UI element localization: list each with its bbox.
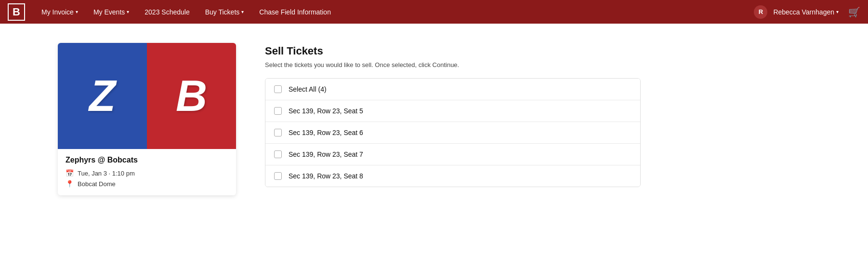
event-image: Z B	[58, 43, 236, 149]
nav-item-chase-label: Chase Field Information	[259, 8, 331, 16]
team-away-bg: B	[147, 43, 236, 149]
ticket-label-3: Sec 139, Row 23, Seat 8	[289, 172, 363, 180]
cart-icon[interactable]: 🛒	[848, 6, 860, 18]
event-venue: Bobcat Dome	[78, 180, 116, 188]
sell-tickets-panel: Sell Tickets Select the tickets you woul…	[265, 43, 810, 187]
sell-title: Sell Tickets	[265, 45, 810, 57]
nav-item-tickets-label: Buy Tickets	[205, 8, 240, 16]
nav-item-events-label: My Events	[93, 8, 125, 16]
nav-logo[interactable]: B	[8, 3, 25, 21]
ticket-checkbox-2[interactable]	[274, 150, 282, 158]
event-date: Tue, Jan 3 · 1:10 pm	[78, 170, 135, 177]
user-chevron: ▾	[836, 9, 839, 14]
user-menu[interactable]: Rebecca Varnhagen ▾	[773, 8, 839, 16]
select-all-row: Select All (4)	[265, 79, 640, 100]
nav-chevron-invoice: ▾	[76, 9, 78, 14]
event-info: Zephyrs @ Bobcats 📅 Tue, Jan 3 · 1:10 pm…	[58, 149, 236, 195]
nav-items: My Invoice ▾ My Events ▾ 2023 Schedule B…	[35, 5, 754, 19]
nav-chevron-tickets: ▾	[241, 9, 244, 14]
ticket-row: Sec 139, Row 23, Seat 8	[265, 165, 640, 187]
event-date-row: 📅 Tue, Jan 3 · 1:10 pm	[66, 169, 228, 177]
event-card: Z B Zephyrs @ Bobcats 📅 Tue, Jan 3 · 1:1…	[58, 43, 236, 195]
ticket-row: Sec 139, Row 23, Seat 5	[265, 100, 640, 122]
event-venue-row: 📍 Bobcat Dome	[66, 180, 228, 188]
ticket-label-1: Sec 139, Row 23, Seat 6	[289, 129, 363, 136]
sell-subtitle: Select the tickets you would like to sel…	[265, 61, 810, 68]
team-away-letter: B	[176, 74, 207, 118]
user-avatar: R	[754, 5, 767, 19]
ticket-label-2: Sec 139, Row 23, Seat 7	[289, 150, 363, 158]
select-all-label: Select All (4)	[289, 85, 327, 93]
location-icon: 📍	[66, 180, 74, 188]
event-meta: 📅 Tue, Jan 3 · 1:10 pm 📍 Bobcat Dome	[66, 169, 228, 188]
ticket-row: Sec 139, Row 23, Seat 6	[265, 122, 640, 144]
nav-item-events[interactable]: My Events ▾	[87, 5, 136, 19]
navbar: B My Invoice ▾ My Events ▾ 2023 Schedule…	[0, 0, 868, 24]
team-home-bg: Z	[58, 43, 147, 149]
nav-item-chase[interactable]: Chase Field Information	[252, 5, 338, 19]
ticket-checkbox-3[interactable]	[274, 172, 282, 180]
nav-chevron-events: ▾	[127, 9, 129, 14]
ticket-list: Select All (4) Sec 139, Row 23, Seat 5Se…	[265, 78, 641, 187]
nav-item-schedule[interactable]: 2023 Schedule	[138, 5, 196, 19]
ticket-checkbox-1[interactable]	[274, 129, 282, 136]
nav-right: R Rebecca Varnhagen ▾ 🛒	[754, 5, 860, 19]
nav-item-invoice-label: My Invoice	[41, 8, 74, 16]
username-label: Rebecca Varnhagen	[773, 8, 834, 16]
ticket-row: Sec 139, Row 23, Seat 7	[265, 144, 640, 165]
select-all-checkbox[interactable]	[274, 85, 282, 93]
team-home-letter: Z	[89, 74, 116, 118]
calendar-icon: 📅	[66, 169, 74, 177]
ticket-checkbox-0[interactable]	[274, 107, 282, 115]
event-title: Zephyrs @ Bobcats	[66, 156, 228, 164]
nav-item-tickets[interactable]: Buy Tickets ▾	[198, 5, 251, 19]
nav-item-schedule-label: 2023 Schedule	[145, 8, 189, 16]
nav-item-invoice[interactable]: My Invoice ▾	[35, 5, 85, 19]
main-content: Z B Zephyrs @ Bobcats 📅 Tue, Jan 3 · 1:1…	[0, 24, 868, 258]
ticket-label-0: Sec 139, Row 23, Seat 5	[289, 107, 363, 115]
